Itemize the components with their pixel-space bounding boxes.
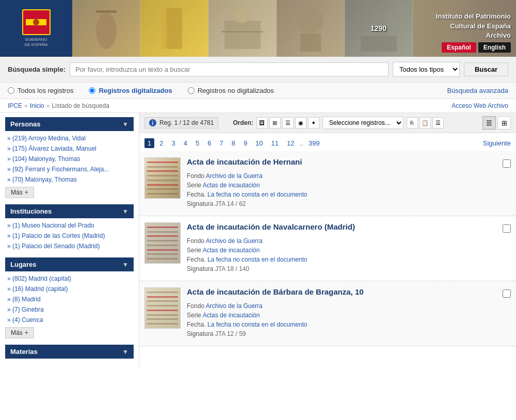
- digitized-filter: Registros digitalizados: [89, 87, 172, 94]
- result-checkbox-1[interactable]: [503, 224, 511, 233]
- action-export-icon[interactable]: 📋: [420, 117, 431, 128]
- result-thumbnail-0[interactable]: [144, 157, 181, 199]
- result-signatura-2: Signatura JTA 12 / 59: [187, 330, 496, 337]
- instituciones-label: Instituciones: [10, 207, 52, 215]
- result-thumbnail-1[interactable]: [144, 222, 181, 264]
- instituciones-items: » (1) Museo Nacional del Prado » (1) Pal…: [5, 220, 134, 251]
- select-records[interactable]: Seleccione registros...: [322, 117, 404, 129]
- order-icon-list[interactable]: ⊞: [269, 117, 281, 128]
- table-row: Acta de incautación de Bárbara de Bragan…: [139, 281, 516, 346]
- all-records-label[interactable]: Todos los registros: [18, 87, 73, 94]
- breadcrumb-bar: IPCE » Inicio » Listado de búsqueda Acce…: [0, 99, 516, 113]
- instituciones-filter-icon[interactable]: ▼: [122, 208, 128, 215]
- page-3[interactable]: 3: [168, 138, 178, 148]
- search-button[interactable]: Buscar: [464, 62, 508, 76]
- personas-item-2[interactable]: » (104) Malonyay, Thomas: [5, 154, 134, 164]
- lugares-header: Lugares ▼: [5, 257, 134, 271]
- result-fecha-0: Fecha. La fecha no consta en el document…: [187, 191, 496, 198]
- lugares-item-3[interactable]: » (7) Ginebra: [5, 304, 134, 315]
- not-digitized-radio[interactable]: [188, 87, 195, 94]
- search-input[interactable]: [70, 62, 389, 76]
- breadcrumb-ipce[interactable]: IPCE: [8, 102, 22, 109]
- page-5[interactable]: 5: [192, 138, 202, 148]
- page-12[interactable]: 12: [284, 138, 297, 148]
- action-feed-icon[interactable]: ☰: [432, 117, 444, 128]
- reg-info: i Reg. 1 / 12 de 4781: [144, 117, 218, 128]
- personas-item-4[interactable]: » (70) Malonyay, Thomas: [5, 174, 134, 185]
- order-icon-table[interactable]: ☰: [282, 117, 294, 128]
- page-6[interactable]: 6: [204, 138, 214, 148]
- page-4[interactable]: 4: [181, 138, 190, 148]
- order-icon-img[interactable]: 🖼: [256, 117, 268, 128]
- result-thumbnail-2[interactable]: [144, 287, 181, 329]
- breadcrumb-inicio[interactable]: Inicio: [30, 102, 44, 109]
- page-10[interactable]: 10: [252, 138, 266, 148]
- search-type-select[interactable]: Todos los tipos Personas Instituciones L…: [393, 62, 460, 77]
- instituciones-item-0[interactable]: » (1) Museo Nacional del Prado: [5, 220, 134, 231]
- page-2[interactable]: 2: [156, 138, 166, 148]
- lugares-filter-icon[interactable]: ▼: [122, 261, 128, 268]
- result-serie-1: Serie Actas de incautación: [187, 247, 496, 254]
- view-grid-button[interactable]: ⊞: [497, 116, 511, 130]
- view-list-button[interactable]: ☰: [482, 116, 496, 130]
- result-title-1[interactable]: Acta de incautación de Navalcarnero (Mad…: [187, 222, 496, 231]
- web-archive-link[interactable]: Acceso Web Archivo: [452, 102, 508, 109]
- svg-point-4: [96, 13, 117, 49]
- instituciones-item-2[interactable]: » (1) Palacio del Senado (Madrid): [5, 241, 134, 251]
- result-checkbox-0[interactable]: [503, 159, 511, 168]
- instituciones-item-1[interactable]: » (1) Palacio de las Cortes (Madrid): [5, 231, 134, 241]
- lugares-item-2[interactable]: » (8) Madrid: [5, 294, 134, 304]
- result-title-2[interactable]: Acta de incautación de Bárbara de Bragan…: [187, 287, 496, 296]
- personas-item-0[interactable]: » (219) Arroyo Medina, Vidal: [5, 133, 134, 143]
- lugares-item-0[interactable]: » (802) Madrid (capital): [5, 273, 134, 284]
- page-399[interactable]: 399: [305, 138, 323, 148]
- result-content-0: Acta de incautación de Hernani Fondo Arc…: [187, 157, 496, 209]
- page-next[interactable]: Siguiente: [483, 139, 511, 147]
- advanced-search-link[interactable]: Búsqueda avanzada: [447, 87, 508, 94]
- page-11[interactable]: 11: [268, 138, 282, 148]
- personas-item-3[interactable]: » (92) Ferrant y Fischermans, Aleja...: [5, 164, 134, 174]
- lugares-item-1[interactable]: » (16) Madrid (capital): [5, 284, 134, 294]
- all-records-radio[interactable]: [8, 87, 14, 94]
- digitized-label[interactable]: Registros digitalizados: [99, 87, 172, 94]
- page-numbers: 1 2 3 4 5 6 7 8 9 10 11 12 .. 399: [144, 138, 322, 148]
- result-title-0[interactable]: Acta de incautación de Hernani: [187, 157, 496, 166]
- lugares-section: Lugares ▼ » (802) Madrid (capital) » (16…: [5, 257, 134, 338]
- main-content: Personas ▼ » (219) Arroyo Medina, Vidal …: [0, 113, 516, 369]
- table-row: Acta de incautación de Hernani Fondo Arc…: [139, 151, 516, 216]
- results-list: Acta de incautación de Hernani Fondo Arc…: [139, 151, 516, 369]
- page-9[interactable]: 9: [240, 138, 250, 148]
- order-icon-star[interactable]: ✦: [308, 117, 319, 128]
- personas-filter-icon[interactable]: ▼: [122, 121, 128, 128]
- personas-more-button[interactable]: Más +: [5, 187, 34, 198]
- svg-point-11: [298, 8, 324, 34]
- svg-point-3: [33, 19, 39, 25]
- order-label: Orden:: [233, 119, 253, 126]
- lang-es-button[interactable]: Español: [442, 42, 476, 53]
- lang-en-button[interactable]: English: [478, 42, 511, 53]
- result-checkbox-2[interactable]: [503, 289, 511, 298]
- personas-item-1[interactable]: » (175) Álvarez Laviada, Manuel: [5, 143, 134, 154]
- materias-filter-icon[interactable]: ▼: [122, 348, 128, 356]
- breadcrumb: IPCE » Inicio » Listado de búsqueda: [8, 102, 109, 109]
- order-icon-eye[interactable]: ◉: [295, 117, 307, 128]
- personas-section: Personas ▼ » (219) Arroyo Medina, Vidal …: [5, 117, 134, 198]
- not-digitized-label[interactable]: Registros no digitalizados: [198, 87, 274, 94]
- page-7[interactable]: 7: [216, 138, 226, 148]
- lugares-more-button[interactable]: Más +: [5, 327, 34, 338]
- lugares-item-4[interactable]: » (4) Cuenca: [5, 315, 134, 325]
- action-icons: ⎘ 📋 ☰: [407, 117, 444, 128]
- personas-items: » (219) Arroyo Medina, Vidal » (175) Álv…: [5, 133, 134, 185]
- page-1[interactable]: 1: [144, 138, 154, 148]
- header-title: Instituto del Patrimonio Cultural de Esp…: [418, 12, 511, 40]
- svg-rect-12: [300, 34, 321, 52]
- result-content-2: Acta de incautación de Bárbara de Bragan…: [187, 287, 496, 340]
- digitized-radio[interactable]: [89, 87, 95, 94]
- language-switcher: Español English: [442, 42, 511, 53]
- result-serie-2: Serie Actas de incautación: [187, 312, 496, 319]
- header: GOBIERNODE ESPAÑA 1290 Instituto de: [0, 0, 516, 57]
- lugares-label: Lugares: [10, 261, 37, 268]
- page-8[interactable]: 8: [229, 138, 238, 148]
- action-copy-icon[interactable]: ⎘: [407, 117, 418, 128]
- materias-header: Materias ▼: [5, 345, 134, 359]
